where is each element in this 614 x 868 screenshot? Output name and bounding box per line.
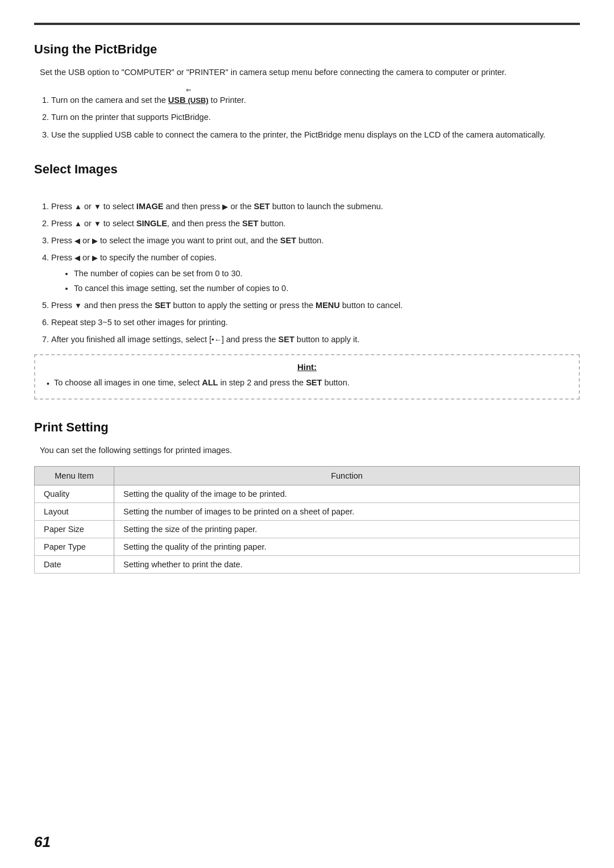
set-label-3: SET [280,236,296,245]
menu-item-date: Date [35,556,114,574]
select-images-title: Select Images [34,162,580,177]
usb-symbol-wrapper: ⇐ USB (USB) [168,87,209,107]
section-select-images: Select Images Press or to select IMAGE a… [34,162,580,400]
print-setting-intro: You can set the following settings for p… [40,444,580,457]
select-step-5: Press and then press the SET button to a… [51,299,580,312]
hint-bullet-dot: • [47,377,49,390]
function-paper-type: Setting the quality of the printing pape… [114,538,580,556]
hint-title: Hint: [47,362,567,372]
function-paper-size: Setting the size of the printing paper. [114,521,580,538]
table-row: Paper Size Setting the size of the print… [35,521,580,538]
print-settings-table: Menu Item Function Quality Setting the q… [34,466,580,574]
section-print-setting: Print Setting You can set the following … [34,420,580,574]
arrow-up-icon-2 [74,219,82,228]
function-layout: Setting the number of images to be print… [114,503,580,521]
select-step-6: Repeat step 3~5 to set other images for … [51,316,580,329]
set-label-1: SET [254,202,270,211]
select-step-1: Press or to select IMAGE and then press … [51,200,580,213]
table-row: Quality Setting the quality of the image… [35,485,580,503]
step2-text: Turn on the printer that supports PictBr… [51,113,211,122]
set-label-2: SET [242,219,258,228]
arrow-down-icon-2 [94,219,101,228]
arrow-up-icon [74,202,82,211]
select-step-3: Press or to select the image you want to… [51,234,580,247]
menu-item-paper-type: Paper Type [35,538,114,556]
return-symbol: •← [211,335,222,344]
image-label: IMAGE [136,202,164,211]
arrow-left-icon [74,236,80,245]
usb-arrow-icon: ⇐ [168,87,209,93]
menu-item-layout: Layout [35,503,114,521]
hint-content: • To choose all images in one time, sele… [47,376,567,390]
select-images-steps: Press or to select IMAGE and then press … [51,200,580,347]
set-label-4: SET [155,301,171,310]
set-label-5: SET [279,335,294,344]
step3-text: Use the supplied USB cable to connect th… [51,130,545,139]
hint-text: To choose all images in one time, select… [54,376,350,389]
menu-item-quality: Quality [35,485,114,503]
print-setting-title: Print Setting [34,420,580,435]
menu-item-paper-size: Paper Size [35,521,114,538]
pictbridge-step-2: Turn on the printer that supports PictBr… [51,111,580,124]
table-header-row: Menu Item Function [35,467,580,485]
col-header-menu-item: Menu Item [35,467,114,485]
hint-box: Hint: • To choose all images in one time… [34,354,580,399]
single-label: SINGLE [136,219,167,228]
select-step-4: Press or to specify the number of copies… [51,251,580,295]
col-header-function: Function [114,467,580,485]
hint-bullet-item: • To choose all images in one time, sele… [47,376,567,390]
arrow-right-icon-2 [92,236,98,245]
pictbridge-title: Using the PictBridge [34,42,580,57]
page-container: Using the PictBridge Set the USB option … [0,0,614,868]
table-row: Date Setting whether to print the date. [35,556,580,574]
arrow-down-icon [94,202,101,211]
usb-label: USB (USB) [168,95,209,105]
arrow-left-icon-2 [74,253,80,262]
arrow-down-icon-3 [74,301,82,310]
function-quality: Setting the quality of the image to be p… [114,485,580,503]
bullet-copies-1: The number of copies can be set from 0 t… [74,267,580,280]
table-row: Layout Setting the number of images to b… [35,503,580,521]
page-number: 61 [34,833,51,851]
arrow-right-icon [222,202,228,211]
table-row: Paper Type Setting the quality of the pr… [35,538,580,556]
pictbridge-steps: Turn on the camera and set the ⇐ USB (US… [51,87,580,142]
copies-bullets: The number of copies can be set from 0 t… [74,267,580,295]
pictbridge-intro: Set the USB option to "COMPUTER" or "PRI… [40,66,580,79]
bullet-copies-2: To cancel this image setting, set the nu… [74,282,580,295]
select-step-7: After you finished all image settings, s… [51,333,580,346]
step1-text-before: Turn on the camera and set the [51,95,168,105]
pictbridge-step-1: Turn on the camera and set the ⇐ USB (US… [51,87,580,107]
section-pictbridge: Using the PictBridge Set the USB option … [34,42,580,142]
top-border [34,23,580,25]
pictbridge-step-3: Use the supplied USB cable to connect th… [51,128,580,142]
function-date: Setting whether to print the date. [114,556,580,574]
set-label-hint: SET [306,378,322,387]
select-step-2: Press or to select SINGLE, and then pres… [51,217,580,230]
menu-label: MENU [316,301,340,310]
arrow-right-icon-3 [92,253,98,262]
step1-text-after: to Printer. [211,95,246,105]
all-label: ALL [202,378,218,387]
